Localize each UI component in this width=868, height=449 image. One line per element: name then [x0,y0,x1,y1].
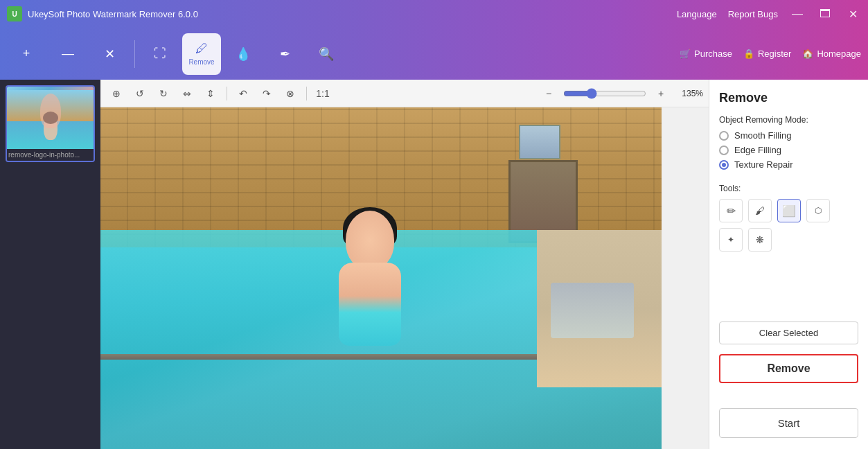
canvas-image [100,107,662,449]
wall-window [519,125,560,159]
report-bugs-link[interactable]: Report Bugs [728,9,778,19]
canvas-area[interactable] [100,107,709,449]
rect-icon: ⬜ [782,204,796,218]
redo-button[interactable]: ↷ [256,83,277,104]
edge-filling-label: Edge Filling [734,145,781,155]
spacer [719,261,858,312]
zoom-out-button[interactable]: − [538,83,559,104]
add-file-button[interactable]: + [7,33,46,75]
eraser-icon: 🖊 [195,42,208,56]
left-sidebar: remove-logo-in-photo... [0,80,100,449]
close-button[interactable]: ✕ [844,8,861,21]
main-toolbar: + — ✕ ⛶ 🖊 Remove 💧 ✒ 🔍 🛒 Purchase 🔒 Regi… [0,28,868,80]
minimize-button[interactable]: — [789,8,806,20]
thumbnail-image [7,87,94,149]
object-removing-mode-section: Object Removing Mode: Smooth Filling Edg… [719,115,858,174]
brush-tool-button[interactable]: 🖌 [748,199,772,222]
zoom-out-icon: − [546,88,551,99]
tools-section: Tools: ✏ 🖌 ⬜ ⬡ ✦ ❋ [719,184,858,252]
secondary-toolbar: ⊕ ↺ ↻ ⇔ ⇕ ↶ ↷ [100,80,709,107]
rect-select-tool-button[interactable]: ⬜ [777,199,801,222]
crop-icon: ⛶ [154,46,166,61]
thumbnail-label: remove-logo-in-photo... [7,149,94,161]
titlebar-right: Language Report Bugs — 🗖 ✕ [677,8,861,21]
symmetry-icon: ⊕ [112,88,121,99]
main-area: remove-logo-in-photo... ⊕ ↺ ↻ ⇔ ⇕ [0,80,868,449]
thumbnail-item[interactable]: remove-logo-in-photo... [6,85,95,162]
pencil-icon: ✏ [727,204,736,218]
remove-tool-button[interactable]: 🖊 Remove [182,33,221,75]
pattern-tool-button[interactable]: ❋ [748,228,772,252]
magic-icon: ✦ [727,235,734,245]
smooth-filling-radio[interactable] [719,131,729,141]
register-nav-item[interactable]: 🔒 Register [743,49,791,59]
pencil-tool-button[interactable]: ✏ [719,199,743,222]
rotate-right-icon: ↻ [159,88,168,99]
eyedropper-icon: 🔍 [319,46,334,62]
smooth-filling-label: Smooth Filling [734,130,791,141]
undo-icon: ↶ [239,88,247,99]
home-icon: 🏠 [802,49,813,59]
purchase-nav-item[interactable]: 🛒 Purchase [680,49,732,59]
register-label: Register [758,49,791,59]
cancel-icon: ⊗ [286,88,294,99]
eyedropper-tool-button[interactable]: 🔍 [307,33,346,75]
undo-button[interactable]: ↶ [233,83,254,104]
tools-section-label: Tools: [719,184,858,193]
language-link[interactable]: Language [677,9,717,19]
zoom-1to1-label: 1:1 [316,88,329,99]
image-area: ⊕ ↺ ↻ ⇔ ⇕ ↶ ↷ [100,80,709,449]
flip-horizontal-button[interactable]: ⇔ [177,83,197,104]
flip-vertical-button[interactable]: ⇕ [200,83,221,104]
pattern-icon: ❋ [756,234,764,245]
drop-icon: 💧 [236,46,251,62]
start-button[interactable]: Start [719,408,858,438]
toolbar-sep-2 [227,87,227,100]
lasso-icon: ⬡ [815,206,822,215]
app-title: UkeySoft Photo Watermark Remover 6.0.0 [28,9,677,19]
zoom-1to1-button[interactable]: 1:1 [312,83,333,104]
toolbar-separator-1 [134,40,135,68]
pen-tool-button[interactable]: ✒ [265,33,304,75]
zoom-slider[interactable] [563,88,646,99]
rotate-right-button[interactable]: ↻ [153,83,174,104]
flip-v-icon: ⇕ [206,88,215,99]
edge-filling-radio[interactable] [719,146,729,155]
minus-icon: — [62,46,74,61]
redo-icon: ↷ [263,88,271,99]
texture-repair-label: Texture Repair [734,159,793,170]
lock-icon: 🔒 [743,49,754,59]
toolbar-sep-3 [306,87,307,100]
mode-section-label: Object Removing Mode: [719,115,858,125]
edge-filling-option[interactable]: Edge Filling [719,145,858,155]
homepage-label: Homepage [817,49,861,59]
right-panel: Remove Object Removing Mode: Smooth Fill… [709,80,868,449]
zoom-control: − + 135% [538,83,703,104]
watercolor-tool-button[interactable]: 💧 [224,33,263,75]
rotate-left-button[interactable]: ↺ [130,83,150,104]
homepage-nav-item[interactable]: 🏠 Homepage [802,49,861,59]
symmetry-tool-button[interactable]: ⊕ [106,83,127,104]
person-figure [315,211,425,370]
minus-button[interactable]: — [48,33,87,75]
texture-repair-option[interactable]: Texture Repair [719,159,858,170]
purchase-label: Purchase [694,49,732,59]
bucket-obj [551,283,634,338]
crop-tool-button[interactable]: ⛶ [141,33,179,75]
lasso-tool-button[interactable]: ⬡ [806,199,830,222]
add-icon: + [23,46,30,61]
person-body [339,263,401,346]
texture-repair-radio[interactable] [719,160,729,170]
cancel-selection-button[interactable]: ⊗ [280,83,301,104]
zoom-value: 135% [675,89,703,98]
x-icon: ✕ [105,46,115,62]
remove-button[interactable]: Remove [719,354,858,383]
smooth-filling-option[interactable]: Smooth Filling [719,130,858,141]
clear-button[interactable]: ✕ [90,33,129,75]
magic-select-tool-button[interactable]: ✦ [719,228,743,252]
maximize-button[interactable]: 🗖 [817,8,833,20]
person-head [346,211,394,270]
clear-selected-button[interactable]: Clear Selected [719,322,858,344]
pen-icon: ✒ [280,46,290,62]
zoom-in-button[interactable]: + [650,83,671,104]
